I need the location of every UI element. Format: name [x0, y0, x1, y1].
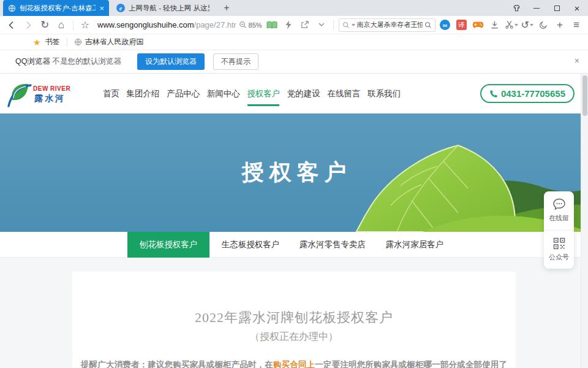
- hotline-number: 0431-77705655: [501, 88, 565, 99]
- reading-mode-icon[interactable]: [265, 18, 279, 32]
- page-content: 2022年露水河牌刨花板授权客户 （授权正在办理中） 提醒广大消费者：建议您购买…: [0, 258, 588, 368]
- dismiss-notice-button[interactable]: 不再提示: [213, 53, 258, 70]
- search-engine-chevron-icon[interactable]: [352, 24, 355, 26]
- globe-favicon-icon: [8, 4, 16, 12]
- screenshot-control[interactable]: [505, 20, 518, 29]
- window-controls: ×: [511, 0, 584, 16]
- price-compare-icon[interactable]: ∞: [439, 18, 452, 32]
- tab-title: 刨花板授权客户-吉林森工远东林业: [20, 4, 96, 13]
- download-icon[interactable]: [488, 18, 502, 32]
- zoom-control[interactable]: 85%: [239, 21, 262, 29]
- toolbar-divider: [73, 20, 74, 30]
- float-label: 公众号: [549, 253, 569, 262]
- game-center-icon[interactable]: [472, 18, 485, 32]
- side-float-widget: 在线留 公众号: [544, 191, 574, 269]
- undo-icon: ↺: [521, 20, 529, 30]
- undo-closed-tab-control[interactable]: ↺: [521, 20, 533, 30]
- toolbar-divider: [333, 20, 334, 30]
- nav-item-news[interactable]: 新闻中心: [207, 74, 240, 113]
- zoom-level: 85%: [249, 21, 262, 29]
- subtab-particleboard-customers[interactable]: 刨花板授权客户: [127, 232, 209, 258]
- translate-icon[interactable]: 译: [455, 18, 469, 32]
- site-header: DEW RIVER 露水河 首页 集团介绍 产品中心 新闻中心 授权客户 党的建…: [0, 74, 588, 113]
- reload-button[interactable]: ↻: [38, 18, 51, 32]
- hero-banner: 授权客户: [0, 113, 588, 232]
- home-button[interactable]: ⌂: [55, 18, 68, 32]
- browser-window: 刨花板授权客户-吉林森工远东林业 × e 上网导航 - 轻快上网 从这里开始 +…: [0, 0, 588, 368]
- add-app-button[interactable]: +: [553, 18, 567, 32]
- minimize-button[interactable]: [532, 3, 541, 13]
- bookmark-star-button[interactable]: ☆: [78, 18, 92, 32]
- restore-button[interactable]: [552, 3, 562, 13]
- new-tab-button[interactable]: +: [221, 2, 233, 14]
- skin-theme-icon[interactable]: [511, 3, 521, 13]
- tab-strip: 刨花板授权客户-吉林森工远东林业 × e 上网导航 - 轻快上网 从这里开始 +…: [0, 0, 588, 16]
- nav-item-party-building[interactable]: 党的建设: [287, 74, 320, 113]
- globe-icon: [74, 38, 82, 46]
- scrollbar-thumb[interactable]: [582, 75, 587, 116]
- dew-river-leaf-logo-icon: [6, 79, 33, 107]
- close-window-button[interactable]: ×: [572, 3, 582, 13]
- tab-current-page[interactable]: 刨花板授权客户-吉林森工远东林业 ×: [3, 0, 109, 16]
- main-menu-button[interactable]: ≡: [570, 18, 583, 32]
- qr-code-icon: [553, 237, 565, 250]
- url-host: www.sengonglushuihe.com: [97, 20, 194, 29]
- notice-brand: QQ浏览器: [15, 57, 50, 66]
- bookmark-item-jilin-gov[interactable]: 吉林省人民政府国: [74, 37, 144, 47]
- browser-toolbar: ↻ ⌂ ☆ www.sengonglushuihe.com/page/27.ht…: [0, 16, 588, 34]
- toolbar-chevron-down-icon[interactable]: [315, 18, 328, 32]
- notice-message: 不是您的默认浏览器: [52, 57, 121, 66]
- notice-text: QQ浏览器 不是您的默认浏览器: [15, 56, 121, 67]
- scissors-icon: [505, 20, 514, 29]
- float-label: 在线留: [549, 213, 569, 223]
- tab-title: 上网导航 - 轻快上网 从这里开始: [129, 4, 209, 13]
- nav-item-contact-us[interactable]: 联系我们: [368, 74, 401, 113]
- float-online-message[interactable]: 在线留: [544, 191, 574, 230]
- set-default-browser-button[interactable]: 设为默认浏览器: [137, 53, 205, 70]
- url-path: /page/27.html: [194, 20, 236, 29]
- bookmarks-divider: [67, 38, 67, 47]
- bookmark-title: 吉林省人民政府国: [85, 37, 144, 47]
- nav-item-online-message[interactable]: 在线留言: [327, 74, 360, 113]
- nav-portal-favicon-icon: e: [116, 4, 125, 12]
- default-browser-notice: QQ浏览器 不是您的默认浏览器 设为默认浏览器 不再提示 ×: [0, 50, 588, 74]
- float-wechat-qr[interactable]: 公众号: [544, 230, 574, 269]
- tab-close-icon[interactable]: ×: [99, 4, 104, 12]
- night-mode-icon[interactable]: [537, 18, 550, 32]
- hero-title: 授权客户: [0, 158, 588, 188]
- speed-boost-icon[interactable]: [282, 18, 295, 32]
- search-input[interactable]: 南京大屠杀幸存者王恒逝世: [339, 18, 435, 32]
- subtab-home-customers[interactable]: 露水河家居客户: [374, 232, 456, 258]
- main-navigation: 首页 集团介绍 产品中心 新闻中心 授权客户 党的建设 在线留言 联系我们: [103, 74, 401, 113]
- highlight-purchase-contract: 购买合同上: [273, 360, 315, 368]
- site-logo[interactable]: DEW RIVER 露水河: [6, 78, 80, 109]
- notice-close-icon[interactable]: ×: [575, 56, 579, 66]
- subtab-retail-stores[interactable]: 露水河零售专卖店: [292, 232, 374, 258]
- share-icon[interactable]: [298, 18, 312, 32]
- screenshot-chevron-icon[interactable]: [514, 24, 518, 26]
- article-subtitle: （授权正在办理中）: [72, 331, 516, 343]
- nav-item-group-intro[interactable]: 集团介绍: [127, 74, 160, 113]
- article-title: 2022年露水河牌刨花板授权客户: [72, 309, 516, 327]
- tab-nav-portal[interactable]: e 上网导航 - 轻快上网 从这里开始: [111, 0, 214, 16]
- hotline-button[interactable]: 0431-77705655: [480, 84, 575, 103]
- customer-category-tabs: 刨花板授权客户 生态板授权客户 露水河零售专卖店 露水河家居客户: [0, 232, 588, 258]
- zoom-out-icon: [239, 21, 247, 29]
- nav-item-products[interactable]: 产品中心: [167, 74, 200, 113]
- undo-chevron-icon[interactable]: [530, 24, 533, 26]
- bookmarks-star-icon[interactable]: ★: [33, 37, 41, 47]
- phone-icon: [489, 90, 498, 98]
- address-bar[interactable]: www.sengonglushuihe.com/page/27.html: [95, 20, 236, 29]
- chat-bubble-icon: [552, 198, 566, 210]
- search-go-icon[interactable]: [424, 21, 432, 29]
- search-icon: [342, 21, 350, 29]
- bookmarks-bar: ★ 书签 吉林省人民政府国: [0, 34, 588, 50]
- nav-item-home[interactable]: 首页: [103, 74, 119, 113]
- nav-item-authorized-customers[interactable]: 授权客户: [247, 74, 280, 113]
- logo-text-cn: 露水河: [34, 93, 66, 104]
- page-scrollbar[interactable]: [581, 74, 588, 368]
- forward-button[interactable]: [21, 18, 35, 32]
- back-button[interactable]: [5, 18, 18, 32]
- subtab-ecoboard-customers[interactable]: 生态板授权客户: [209, 232, 292, 258]
- hot-search-text: 南京大屠杀幸存者王恒逝世: [357, 20, 423, 29]
